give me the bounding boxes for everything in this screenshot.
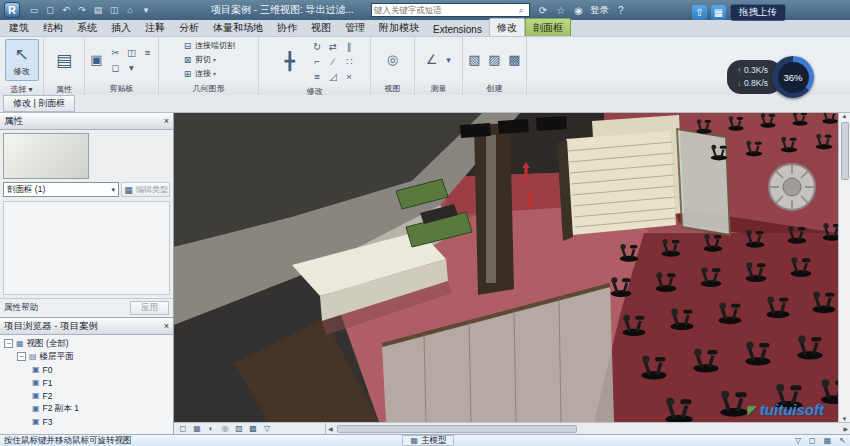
tab-structure[interactable]: 结构 [36,19,70,36]
collapse-icon[interactable]: − [17,352,26,361]
offset-icon[interactable] [310,69,325,83]
properties-toggle-button[interactable] [47,39,81,81]
delete-icon[interactable] [342,69,357,83]
app-menu-button[interactable]: R [4,2,20,18]
tab-architecture[interactable]: 建筑 [2,19,36,36]
panel-label-clipboard[interactable]: 剪贴板 [85,82,158,95]
tab-massing-site[interactable]: 体量和场地 [206,19,270,36]
vertical-scroll-thumb[interactable] [841,122,849,180]
properties-header[interactable]: 属性 [0,113,173,130]
print-icon[interactable] [92,5,104,15]
select-pinned-icon[interactable] [824,436,832,445]
selection-filter-icon[interactable] [795,436,801,445]
search-icon[interactable] [516,5,527,16]
create-similar-icon[interactable] [486,51,503,68]
save-icon[interactable] [44,5,56,15]
measure-dropdown-icon[interactable] [443,54,454,65]
horizontal-scrollbar[interactable] [326,423,850,434]
collapse-icon[interactable]: − [4,339,13,348]
reveal-hidden-icon[interactable] [262,424,272,434]
create-group-icon[interactable] [466,51,483,68]
align-icon[interactable] [342,39,357,53]
user-icon[interactable] [574,5,583,16]
tab-modify[interactable]: 修改 [489,18,525,36]
undo-icon[interactable] [60,5,72,15]
join-dropdown-icon[interactable] [213,70,216,77]
panel-label-properties[interactable]: 属性 [44,83,84,95]
sun-path-icon[interactable] [220,424,230,434]
progress-ring[interactable]: 36% [772,56,814,98]
tab-section-box-contextual[interactable]: 剖面框 [525,18,571,36]
project-browser-header[interactable]: 项目浏览器 - 项目案例 [0,318,173,335]
scale-icon[interactable] [178,424,188,434]
vertical-scrollbar[interactable] [838,113,850,422]
help-icon[interactable] [618,5,624,16]
tab-insert[interactable]: 插入 [104,19,138,36]
panel-label-select[interactable]: 选择 ▾ [0,83,43,95]
detail-level-icon[interactable] [192,424,202,434]
scroll-right-icon[interactable] [843,425,848,432]
select-links-icon[interactable] [809,436,816,445]
panel-label-view[interactable]: 视图 [371,82,414,95]
search-input[interactable] [374,5,516,16]
rotate-icon[interactable] [310,39,325,53]
panel-label-create[interactable]: 创建 [463,82,526,95]
property-grid[interactable] [3,201,170,295]
move-tool-button[interactable] [273,40,307,82]
tab-extensions[interactable]: Extensions [426,22,489,36]
modify-tool-button[interactable]: 修改 [5,39,39,81]
tree-item-f0[interactable]: F0 [0,363,173,376]
panel-label-measure[interactable]: 测量 [415,82,462,95]
mirror-icon[interactable] [326,39,341,53]
netdisk-icon[interactable] [711,5,726,20]
viewport-3d[interactable]: tuituisoft [174,113,838,422]
cut-geometry-button[interactable]: 剪切 [182,53,235,66]
worksets-model-selector[interactable]: 主模型 [402,435,454,446]
tab-analyze[interactable]: 分析 [172,19,206,36]
paste-icon[interactable] [88,51,105,68]
match-type-icon[interactable] [140,45,155,59]
login-button[interactable]: 登录 [590,4,609,17]
redo-icon[interactable] [76,5,88,15]
split-icon[interactable] [326,54,341,68]
tab-collaborate[interactable]: 协作 [270,19,304,36]
edit-type-button[interactable]: 编辑类型 [121,182,170,197]
scroll-left-icon[interactable] [328,425,333,432]
create-assembly-icon[interactable] [506,51,523,68]
project-browser-close-icon[interactable] [164,321,169,331]
visual-style-icon[interactable] [206,424,216,434]
steering-wheel[interactable] [766,161,818,213]
view-tools-icon[interactable] [384,51,401,68]
scroll-up-icon[interactable] [842,113,848,119]
tree-item-f1[interactable]: F1 [0,376,173,389]
tree-item-f2-copy[interactable]: F2 副本 1 [0,402,173,415]
qat-customize-icon[interactable] [140,5,152,15]
horizontal-scroll-thumb[interactable] [337,425,577,433]
home-view-icon[interactable] [124,5,136,15]
exchange-icon[interactable] [539,5,547,16]
trim-icon[interactable] [310,54,325,68]
tab-addins[interactable]: 附加模块 [372,19,426,36]
open-icon[interactable] [28,5,40,15]
cloud-upload-icon[interactable] [692,5,707,20]
tab-manage[interactable]: 管理 [338,19,372,36]
properties-help-link[interactable]: 属性帮助 [4,302,38,314]
panel-label-modify[interactable]: 修改 [259,85,370,95]
cut-dropdown-icon[interactable] [213,56,216,63]
tab-annotate[interactable]: 注释 [138,19,172,36]
shadows-icon[interactable] [234,424,244,434]
crop-view-icon[interactable] [248,424,258,434]
clipboard-more-icon[interactable] [124,60,139,74]
tree-item-views[interactable]: − 视图 (全部) [0,337,173,350]
measure-icon[interactable] [423,51,440,68]
select-by-face-icon[interactable] [839,436,846,445]
tab-view[interactable]: 视图 [304,19,338,36]
scale-icon[interactable] [326,69,341,83]
favorites-icon[interactable] [556,5,565,16]
type-selector-dropdown[interactable]: 剖面框 (1) [3,182,119,197]
viewport-close-icon[interactable] [828,117,833,127]
properties-close-icon[interactable] [164,116,169,126]
copy-icon[interactable] [124,45,139,59]
join-end-cut-button[interactable]: 连接端切割 [182,39,235,52]
cut-icon[interactable] [108,45,123,59]
